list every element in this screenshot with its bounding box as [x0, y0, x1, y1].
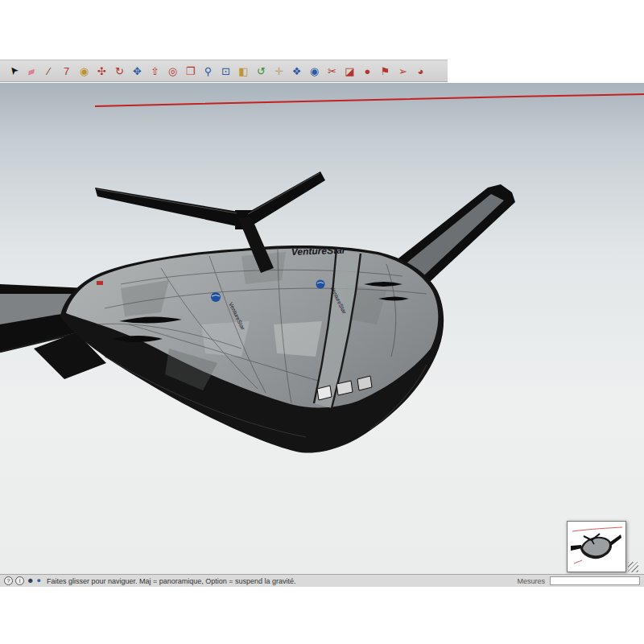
pan-tool-icon[interactable]: ✛: [270, 61, 287, 80]
rotate-tool-icon[interactable]: ↻: [111, 61, 128, 80]
push-pull-tool-icon[interactable]: ⇧: [147, 61, 163, 80]
viewport-3d[interactable]: VentureStar VentureStar VentureStar: [0, 83, 644, 574]
scene-canvas[interactable]: VentureStar VentureStar VentureStar: [0, 83, 644, 574]
decal-top-text: VentureStar: [291, 245, 347, 258]
circle-tool-icon[interactable]: ◉: [76, 61, 93, 80]
preview-thumbnail[interactable]: [567, 521, 626, 572]
nasa-logo-right: [316, 280, 325, 289]
sphere-tool-icon[interactable]: ●: [359, 61, 376, 80]
marker-tool-icon[interactable]: ◕: [412, 61, 429, 80]
status-hint: Faites glisser pour naviguer. Maj = pano…: [47, 577, 296, 585]
paint-bucket-tool-icon[interactable]: ◧: [235, 61, 252, 80]
move-tool-icon[interactable]: ✥: [129, 61, 146, 80]
status-bar: ?i☻● Faites glisser pour naviguer. Maj =…: [0, 574, 644, 587]
measures-input[interactable]: [550, 576, 640, 585]
offset-tool-icon[interactable]: ◎: [164, 61, 181, 80]
measures-label: Mesures: [517, 577, 545, 585]
resize-grip-icon[interactable]: [628, 562, 638, 572]
zoom-window-tool-icon[interactable]: ⊡: [217, 61, 234, 80]
pin-tool-icon[interactable]: ➢: [394, 61, 411, 80]
help-icon[interactable]: ?: [4, 576, 13, 585]
clipboard-tool-icon[interactable]: ❐: [182, 61, 199, 80]
sketchup-window: ➤▰∕7◉✣↻✥⇧◎❐⚲⊡◧↺✛❖◉✂◪●⚑➢◕: [0, 0, 644, 644]
red-axis-line: [95, 94, 644, 106]
orbit-tool-icon[interactable]: ↺: [253, 61, 270, 80]
freehand-tool-icon[interactable]: 7: [58, 61, 75, 80]
scissors-tool-icon[interactable]: ✂: [324, 61, 341, 80]
flag-tool-icon[interactable]: ⚑: [377, 61, 394, 80]
info-icon[interactable]: i: [15, 576, 24, 585]
preview-model: [568, 522, 625, 572]
flag-decal: [97, 281, 103, 285]
toolbar: ➤▰∕7◉✣↻✥⇧◎❐⚲⊡◧↺✛❖◉✂◪●⚑➢◕: [0, 60, 448, 82]
position-camera-tool-icon[interactable]: ❖: [288, 61, 305, 80]
aircraft-model[interactable]: VentureStar VentureStar VentureStar: [0, 171, 515, 453]
status-icons: ?i☻●: [4, 576, 41, 585]
look-around-tool-icon[interactable]: ◉: [306, 61, 323, 80]
orbit-indicator-icon[interactable]: ●: [36, 577, 40, 584]
pencil-tool-icon[interactable]: ∕: [40, 61, 57, 80]
section-plane-tool-icon[interactable]: ◪: [341, 61, 358, 80]
zoom-tool-icon[interactable]: ⚲: [200, 61, 217, 80]
nasa-logo-left: [211, 292, 221, 302]
user-icon[interactable]: ☻: [27, 577, 34, 584]
eraser-tool-icon[interactable]: ▰: [20, 59, 43, 83]
compass-tool-icon[interactable]: ✣: [93, 61, 110, 80]
